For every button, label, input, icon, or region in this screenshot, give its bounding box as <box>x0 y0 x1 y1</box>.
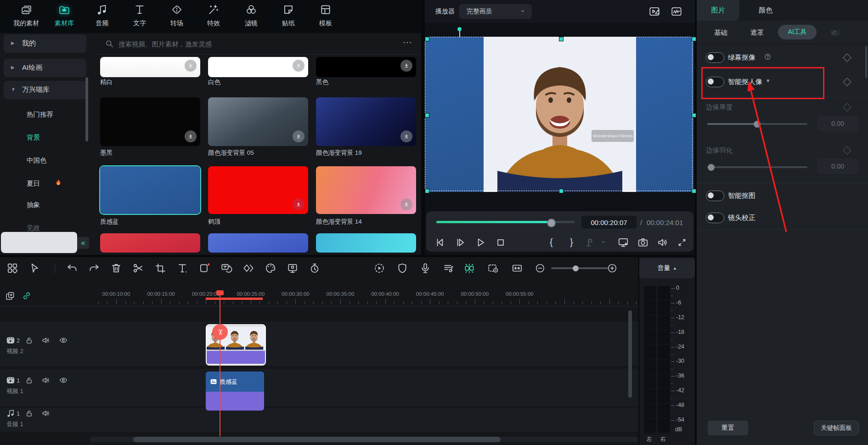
material-tile-partial[interactable] <box>100 233 200 253</box>
lock-icon[interactable] <box>25 409 34 418</box>
text-tool-icon[interactable] <box>176 262 188 274</box>
subtab-ai-tools[interactable]: AI工具 <box>778 25 817 39</box>
trash-icon[interactable] <box>110 262 122 274</box>
marker-icon[interactable] <box>584 237 595 248</box>
cursor-icon[interactable] <box>28 262 40 274</box>
mark-in-icon[interactable]: { <box>550 237 553 248</box>
zoom-in-icon[interactable] <box>607 263 618 274</box>
fit-width-icon[interactable] <box>511 262 523 274</box>
nav-item-audio[interactable]: 音频 <box>84 0 120 33</box>
video-badge-icon[interactable] <box>6 375 16 385</box>
split-icon[interactable] <box>463 262 475 274</box>
edge-feather-value[interactable]: 0.00 <box>817 158 858 174</box>
help-icon[interactable] <box>764 53 772 61</box>
lock-icon[interactable] <box>25 336 34 345</box>
smart-cutout-toggle[interactable] <box>706 191 724 201</box>
nav-item-media[interactable]: 我的素材 <box>8 0 45 33</box>
speed-text-icon[interactable] <box>220 262 232 274</box>
download-icon[interactable] <box>400 60 412 72</box>
chevron-down-icon[interactable]: ⌄ <box>600 236 606 245</box>
panel-scrollbar[interactable] <box>865 46 867 78</box>
subtab-basic[interactable]: 基础 <box>714 28 727 37</box>
download-icon[interactable] <box>293 60 304 72</box>
keyframe-diamond[interactable] <box>843 53 851 62</box>
keyframe-panel-button[interactable]: 关键帧面板 <box>814 421 859 435</box>
edge-feather-slider[interactable] <box>707 166 807 168</box>
nav-item-filters[interactable]: 滤镜 <box>233 0 270 33</box>
reset-button[interactable]: 重置 <box>708 421 748 435</box>
fullscreen-icon[interactable] <box>676 237 688 248</box>
material-tile-partial[interactable] <box>208 233 308 253</box>
eye-icon[interactable] <box>59 376 68 385</box>
next-frame-icon[interactable] <box>454 237 466 248</box>
mark-out-icon[interactable]: } <box>570 237 573 248</box>
tab-image[interactable]: 图片 <box>697 0 739 21</box>
lock-icon[interactable] <box>25 376 34 385</box>
speaker-icon[interactable] <box>41 409 51 418</box>
mic-icon[interactable] <box>419 262 431 274</box>
green-screen-toggle[interactable] <box>706 52 724 63</box>
edge-thickness-value[interactable]: 0.00 <box>817 116 858 131</box>
vertical-scrollbar-thumb[interactable] <box>628 310 632 398</box>
track-row[interactable] <box>0 408 638 432</box>
nav-item-library[interactable]: 素材库 <box>46 0 83 33</box>
nav-item-text[interactable]: 文字 <box>121 0 158 33</box>
material-tile[interactable] <box>208 166 308 214</box>
speaker-icon[interactable] <box>657 237 669 248</box>
undo-icon[interactable] <box>66 262 78 274</box>
nav-item-transition[interactable]: 转场 <box>158 0 195 33</box>
zoom-slider-thumb[interactable] <box>573 265 579 271</box>
mask-icon[interactable] <box>198 262 210 274</box>
render-icon[interactable] <box>373 262 385 274</box>
download-icon[interactable] <box>400 130 412 142</box>
timeline-ruler[interactable]: 00:00:10:0000:00:15:0000:00:20:0000:00:2… <box>0 290 638 307</box>
track-row[interactable] <box>0 321 638 366</box>
board-icon[interactable] <box>287 262 299 274</box>
material-tile[interactable] <box>316 97 416 146</box>
material-tile[interactable] <box>208 57 308 77</box>
prev-frame-icon[interactable] <box>434 237 446 248</box>
material-tile[interactable] <box>100 166 200 214</box>
material-tile[interactable] <box>100 57 200 77</box>
nav-item-effects[interactable]: 特效 <box>195 0 232 33</box>
monitor-icon[interactable] <box>617 237 629 248</box>
material-tile[interactable] <box>208 97 308 146</box>
material-tile[interactable] <box>316 166 416 214</box>
clip-video1[interactable]: 质感蓝 <box>206 372 264 411</box>
speaker-icon[interactable] <box>41 376 51 385</box>
video-badge-icon[interactable] <box>6 335 16 345</box>
keyframe-icon[interactable] <box>242 262 254 274</box>
track-row[interactable] <box>0 369 638 406</box>
keyframe-diamond[interactable] <box>843 78 851 86</box>
playhead-line[interactable] <box>220 291 220 436</box>
download-icon[interactable] <box>185 60 197 72</box>
edge-feather-slider-thumb[interactable] <box>708 164 715 171</box>
download-icon[interactable] <box>293 130 304 142</box>
snapshot-icon[interactable] <box>637 237 649 248</box>
zoom-out-icon[interactable] <box>535 263 546 274</box>
redo-icon[interactable] <box>88 262 100 274</box>
blocks-icon[interactable] <box>6 262 18 274</box>
nav-item-stickers[interactable]: 贴纸 <box>270 0 307 33</box>
eye-icon[interactable] <box>59 336 68 345</box>
play-icon[interactable] <box>474 237 486 248</box>
timer-icon[interactable] <box>309 262 321 274</box>
download-icon[interactable] <box>185 130 197 142</box>
zoom-slider[interactable] <box>551 267 608 269</box>
download-icon[interactable] <box>400 198 412 210</box>
edge-thickness-slider-thumb[interactable] <box>754 121 761 128</box>
audio-badge-icon[interactable] <box>6 408 16 418</box>
speaker-icon[interactable] <box>41 336 51 345</box>
material-tile[interactable] <box>316 57 416 77</box>
stop-icon[interactable] <box>495 237 507 248</box>
subtab-mask[interactable]: 遮罩 <box>750 28 764 37</box>
subtab-animation[interactable]: 动画 <box>831 28 844 37</box>
material-tile-partial[interactable] <box>316 233 416 253</box>
scissors-icon[interactable] <box>132 262 144 274</box>
music-list-icon[interactable] <box>443 262 455 274</box>
crop-icon[interactable] <box>154 262 166 274</box>
nav-item-templates[interactable]: 模板 <box>307 0 344 33</box>
shield-icon[interactable] <box>396 262 408 274</box>
material-tile[interactable] <box>100 97 200 146</box>
tab-color[interactable]: 颜色 <box>750 0 782 21</box>
